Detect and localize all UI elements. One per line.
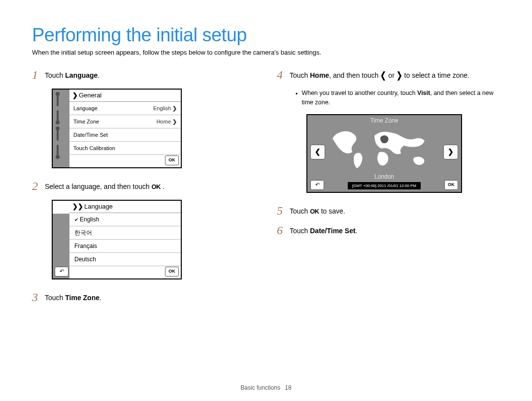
row-label: Time Zone (73, 115, 99, 128)
footer-section: Basic functions (240, 384, 280, 391)
text: . (98, 71, 100, 79)
row-label: English (80, 216, 99, 223)
back-button[interactable]: ↶ (55, 267, 68, 277)
step-text: Select a language, and then touch OK . (45, 180, 165, 192)
menu-row-timezone[interactable]: Time Zone Home❯ (69, 115, 181, 128)
text: Touch (45, 294, 65, 302)
step-number: 4 (277, 69, 283, 81)
tz-header: Time Zone (307, 115, 461, 126)
step-text: Touch Time Zone. (45, 291, 101, 303)
back-button[interactable]: ↶ (310, 180, 324, 190)
text: to select a time zone. (402, 71, 469, 79)
row-value: Home (157, 119, 171, 124)
row-label: Deutsch (74, 253, 96, 266)
lang-item-francais[interactable]: Français (69, 240, 181, 253)
text: Touch (290, 227, 310, 235)
language-list-screenshot: ❯❯Language ✔English 한국어 Français Deutsch (52, 200, 182, 279)
step-text: Touch Date/Time Set. (290, 224, 357, 236)
prev-button[interactable]: ❮ (310, 145, 325, 159)
row-label: Language (73, 102, 98, 115)
menu-row-datetime[interactable]: Date/Time Set (69, 128, 181, 142)
text: . (356, 227, 358, 235)
step-1: 1 Touch Language. (32, 69, 255, 81)
text: or (386, 71, 396, 79)
step-2: 2 Select a language, and then touch OK . (32, 180, 255, 192)
menu-row-touchcal[interactable]: Touch Calibration (69, 142, 181, 155)
text: , and then touch (329, 71, 380, 79)
ok-icon: OK (310, 208, 319, 215)
menu-row-language[interactable]: Language English❯ (69, 102, 181, 115)
row-label: Français (74, 240, 97, 252)
bold: Visit (417, 90, 430, 96)
timezone-map-screenshot: Time Zone ❮ ❯ London [ (306, 114, 462, 193)
text: to save. (319, 207, 345, 215)
check-icon: ✔ (74, 217, 78, 222)
chevron-icon: ❯ (72, 92, 78, 99)
row-label: Touch Calibration (73, 142, 115, 154)
lang-item-english[interactable]: ✔English (69, 213, 181, 226)
ok-icon: OK (151, 183, 161, 190)
text: . (161, 183, 165, 190)
bold: Language (65, 71, 98, 79)
next-button[interactable]: ❯ (443, 145, 458, 159)
header-label: Language (84, 203, 113, 210)
chevron-right-icon: ❯ (172, 119, 177, 124)
arrow-right-icon: ❯ (397, 69, 402, 82)
text: Touch (290, 71, 310, 79)
step-number: 3 (32, 291, 38, 303)
step-6: 6 Touch Date/Time Set. (277, 224, 500, 236)
step-number: 2 (32, 180, 38, 192)
bullet-icon: • (296, 89, 298, 107)
text: Select a language, and then touch (45, 183, 151, 190)
text: Touch (45, 71, 65, 79)
ok-button[interactable]: OK (165, 267, 179, 277)
general-menu-screenshot: ❯General Language English❯ Time Zone Hom… (52, 89, 182, 168)
text: Touch (290, 207, 310, 215)
step-number: 5 (277, 205, 283, 216)
bold: Time Zone (65, 294, 100, 302)
panel-header: ❯❯Language (69, 201, 181, 213)
ok-button[interactable]: OK (444, 180, 458, 190)
right-column: 4 Touch Home, and then touch ❮ or ❯ to s… (277, 69, 500, 311)
bold: Home (310, 71, 329, 79)
lang-item-korean[interactable]: 한국어 (69, 226, 181, 240)
world-map (327, 126, 441, 171)
page-title: Performing the initial setup (32, 25, 500, 46)
tab-icon[interactable] (53, 201, 70, 214)
step-number: 6 (277, 224, 283, 236)
arrow-left-icon: ❮ (380, 69, 386, 82)
text: When you travel to another country, touc… (301, 90, 417, 96)
step-text: Touch OK to save. (290, 205, 345, 216)
header-label: General (79, 92, 101, 99)
step-text: Touch Home, and then touch ❮ or ❯ to sel… (290, 69, 469, 81)
notebook-spine (53, 90, 69, 167)
step-number: 1 (32, 69, 38, 81)
tz-city: London (307, 173, 461, 180)
lang-item-deutsch[interactable]: Deutsch (69, 253, 181, 266)
gmt-readout: [GMT +00:00] 2011 /01/01 12:00 PM (348, 182, 421, 189)
row-label: 한국어 (74, 226, 92, 239)
world-map-icon (327, 126, 441, 171)
row-value: English (153, 105, 171, 111)
step-3: 3 Touch Time Zone. (32, 291, 255, 303)
row-label: Date/Time Set (73, 128, 108, 141)
chevron-right-icon: ❯ (172, 105, 177, 111)
ok-button[interactable]: OK (165, 155, 179, 165)
left-column: 1 Touch Language. ❯General Language (32, 69, 255, 311)
chevron-icon: ❯❯ (72, 203, 83, 210)
footer-page: 18 (285, 384, 291, 391)
panel-header: ❯General (69, 90, 181, 102)
step-4-note: • When you travel to another country, to… (296, 89, 500, 107)
step-5: 5 Touch OK to save. (277, 205, 500, 216)
text: . (100, 294, 101, 302)
page-footer: Basic functions 18 (0, 384, 532, 391)
step-4: 4 Touch Home, and then touch ❮ or ❯ to s… (277, 69, 500, 81)
intro-text: When the initial setup screen appears, f… (32, 49, 500, 56)
bold: Date/Time Set (310, 227, 355, 235)
step-text: Touch Language. (45, 69, 100, 81)
